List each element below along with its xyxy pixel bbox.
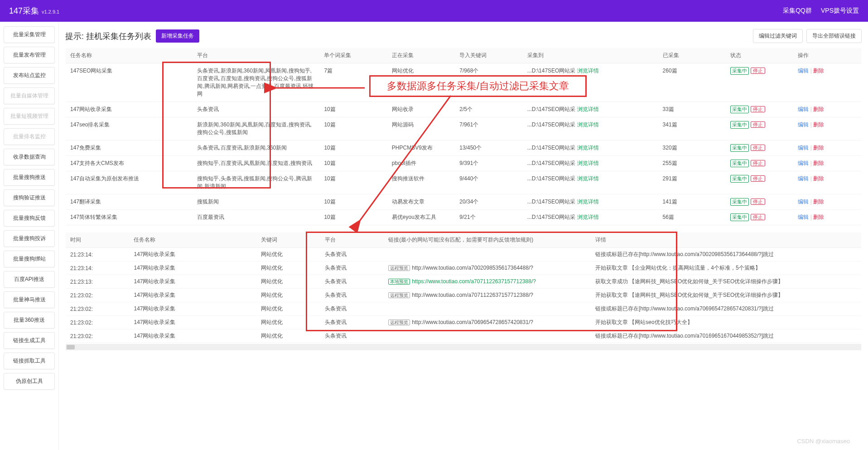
browse-detail-link[interactable]: 浏览详情 [577,198,599,205]
sidebar-item-10[interactable]: 批量搜狗投诉 [4,230,55,247]
edit-link[interactable]: 编辑 [798,160,809,166]
delete-link[interactable]: 删除 [813,106,824,112]
cell-collecting: pboot插件 [387,156,455,171]
preview-tag[interactable]: 远程预览 [388,265,410,271]
add-task-button[interactable]: 新增采集任务 [156,29,199,43]
sidebar-item-12[interactable]: 百度API推送 [4,271,55,288]
browse-detail-link[interactable]: 浏览详情 [577,68,599,74]
stop-button[interactable]: 停止 [751,145,765,151]
cell-name: 147简体转繁体采集 [66,210,193,225]
log-url[interactable]: https://www.toutiao.com/a707112263715771… [412,278,536,285]
cell-to: ...D:\147SEO网站采 浏览详情 [523,63,658,102]
th-import-kw: 导入关键词 [455,48,522,63]
edit-link[interactable]: 编辑 [798,198,809,205]
stop-button[interactable]: 停止 [751,68,765,74]
edit-link[interactable]: 编辑 [798,121,809,128]
sidebar-item-2[interactable]: 发布站点监控 [4,67,55,84]
stop-button[interactable]: 停止 [751,198,765,205]
th-task-name: 任务名称 [66,48,193,63]
stop-button[interactable]: 停止 [751,121,765,128]
delete-link[interactable]: 删除 [813,175,824,182]
cell-ops: 编辑 | 删除 [793,156,861,171]
delete-link[interactable]: 删除 [813,121,824,128]
cell-pf: 头条资讯 [320,248,384,261]
edit-link[interactable]: 编辑 [798,175,809,182]
vps-dial-link[interactable]: VPS拨号设置 [821,7,859,15]
th-single: 单个词采集 [319,48,387,63]
qq-group-link[interactable]: 采集QQ群 [783,7,812,15]
sidebar-item-11[interactable]: 批量搜狗绑站 [4,251,55,267]
log-url[interactable]: http://www.toutiao.com/a7071122637157712… [412,292,533,298]
cell-import: 2/5个 [455,102,522,117]
cell-collected: 56篇 [658,210,726,225]
sidebar-item-14[interactable]: 批量360推送 [4,312,55,329]
browse-detail-link[interactable]: 浏览详情 [577,106,599,112]
preview-tag[interactable]: 远程预览 [388,292,410,298]
stop-button[interactable]: 停止 [751,214,765,220]
delete-link[interactable]: 删除 [813,214,824,220]
log-url[interactable]: http://www.toutiao.com/a7069654728657420… [412,319,533,325]
main-content: 提示: 挂机采集任务列表 新增采集任务 编辑过滤关键词 导出全部错误链接 任务名… [59,22,868,450]
delete-link[interactable]: 删除 [813,198,824,205]
sidebar-item-6[interactable]: 收录数据查询 [4,149,55,165]
sidebar-item-7[interactable]: 批量搜狗推送 [4,169,55,186]
stop-button[interactable]: 停止 [751,106,765,112]
cell-kw: 网站优化 [256,289,320,302]
sidebar-item-16[interactable]: 链接抓取工具 [4,353,55,369]
delete-link[interactable]: 删除 [813,160,824,166]
cell-status: 采集中停止 [726,140,793,156]
preview-tag[interactable]: 远程预览 [388,319,410,325]
cell-to: ...D:\147SEO网站采 浏览详情 [523,171,658,194]
horizontal-scrollbar[interactable] [66,344,861,350]
log-row: 21:23:14:147网站收录采集网站优化头条资讯远程预览http://www… [66,261,861,275]
browse-detail-link[interactable]: 浏览详情 [577,145,599,151]
watermark: CSDN @xiaomaseo [797,438,850,445]
export-error-links-button[interactable]: 导出全部错误链接 [806,29,862,43]
cell-single: 10篇 [319,194,387,210]
cell-task: 147网站收录采集 [129,329,256,343]
browse-detail-link[interactable]: 浏览详情 [577,175,599,182]
sidebar-item-5: 批量排名监控 [4,128,55,145]
task-row: 147支持各大CMS发布搜狗知乎,百度资讯,凤凰新闻,百度知道,搜狗资讯10篇p… [66,156,861,171]
sidebar-item-15[interactable]: 链接生成工具 [4,332,55,349]
cell-task: 147网站收录采集 [129,316,256,329]
sidebar-item-0[interactable]: 批量采集管理 [4,26,55,43]
edit-link[interactable]: 编辑 [798,214,809,220]
sidebar-item-9[interactable]: 批量搜狗反馈 [4,210,55,227]
edit-filter-button[interactable]: 编辑过滤关键词 [753,29,803,43]
browse-detail-link[interactable]: 浏览详情 [577,121,599,128]
sidebar-item-1[interactable]: 批量发布管理 [4,47,55,63]
stop-button[interactable]: 停止 [751,160,765,166]
cell-to: ...D:\147SEO网站采 浏览详情 [523,117,658,140]
sidebar-item-17[interactable]: 伪原创工具 [4,373,55,390]
cell-collected: 141篇 [658,194,726,210]
sidebar-item-8[interactable]: 搜狗验证推送 [4,189,55,206]
delete-link[interactable]: 删除 [813,68,824,74]
cell-detail: 获取文章成功 【途网科技_网站SEO优化如何做_关于SEO优化详细操作步骤】 [591,275,861,289]
browse-detail-link[interactable]: 浏览详情 [577,214,599,220]
cell-task: 147网站收录采集 [129,275,256,289]
status-badge: 采集中 [730,198,749,206]
browse-detail-link[interactable]: 浏览详情 [577,160,599,166]
stop-button[interactable]: 停止 [751,175,765,182]
tasks-table: 任务名称 平台 单个词采集 正在采集 导入关键词 采集到 已采集 状态 操作 1… [66,48,861,225]
th-log-keyword: 关键词 [256,232,320,248]
cell-collected: 291篇 [658,171,726,194]
cell-platform: 头条资讯,新浪新闻,360新闻,凤凰新闻,搜狗知乎,百度资讯,百度知道,搜狗资讯… [193,63,319,102]
cell-collecting: 网站源码 [387,117,455,140]
edit-link[interactable]: 编辑 [798,145,809,151]
cell-time: 21:23:14: [66,248,129,261]
preview-tag[interactable]: 本地预览 [388,279,410,285]
delete-link[interactable]: 删除 [813,145,824,151]
edit-link[interactable]: 编辑 [798,106,809,112]
log-url[interactable]: http://www.toutiao.com/a7002098535617364… [412,265,533,271]
cell-status: 采集中停止 [726,117,793,140]
edit-link[interactable]: 编辑 [798,68,809,74]
task-row: 147免费采集头条资讯,百度资讯,新浪新闻,360新闻10篇PHPCMSV9发布… [66,140,861,156]
tip-text: 提示: 挂机采集任务列表 [65,31,151,42]
cell-time: 21:23:02: [66,302,129,316]
sidebar-item-13[interactable]: 批量神马推送 [4,291,55,308]
logs-table: 时间 任务名称 关键词 平台 链接(最小的网站可能没有匹配，如需要可群内反馈增加… [66,232,861,343]
cell-time: 21:23:14: [66,261,129,275]
scrollbar-thumb[interactable] [67,345,75,349]
